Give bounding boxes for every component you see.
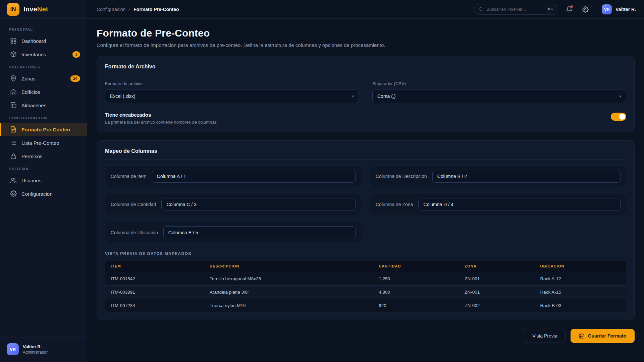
columna-de-ubicacion-panel: Columna de Ubicacion xyxy=(105,222,361,243)
preview-table: ITEMDESCRIPCIONCANTIDADZONAUBICACION ITM… xyxy=(105,260,626,312)
table-cell: Rack B-03 xyxy=(535,299,626,312)
table-cell: 1,250 xyxy=(373,272,459,285)
table-row: ITM-003891Arandela plana 3/8"4,800ZN-001… xyxy=(105,285,626,299)
columna-de-ubicacion-input[interactable] xyxy=(163,226,356,239)
mapping-grid: Columna de ItemColumna de DescripcionCol… xyxy=(105,166,626,243)
preview-heading: VISTA PREVIA DE DATOS MAPEADOS xyxy=(105,251,626,256)
breadcrumb: Configuracion / Formato Pre-Conteo xyxy=(97,7,469,12)
avatar: VR xyxy=(7,343,19,355)
building-icon xyxy=(10,88,17,95)
notification-dot xyxy=(571,5,573,8)
breadcrumb-separator: / xyxy=(129,7,130,12)
nav-section-label: PRINCIPAL xyxy=(0,23,87,34)
save-format-button[interactable]: Guardar Formato xyxy=(571,329,635,343)
topbar-user-name: Valtter R. xyxy=(615,7,636,12)
sidebar-item-label: Almacenes xyxy=(21,103,80,108)
columna-de-zona-label: Columna de Zona xyxy=(376,202,413,207)
main-content: Formato de Pre-Conteo Configure el forma… xyxy=(87,19,644,362)
sidebar-item-label: Dashboard xyxy=(21,38,80,44)
topbar-user[interactable]: VR Valtter R. xyxy=(602,4,636,14)
count-badge: 3 xyxy=(72,51,80,58)
headers-toggle-description: La primera fila del archivo contiene nom… xyxy=(105,120,611,125)
file-format-card: Formato de Archivo Formato de archivo Ex… xyxy=(97,56,635,132)
users-icon xyxy=(10,177,17,184)
csv-separator-select-value: Coma (,) xyxy=(377,94,619,99)
sidebar-item-zonas[interactable]: Zonas24 xyxy=(0,72,87,85)
page-subtitle: Configure el formato de importacion para… xyxy=(97,42,635,48)
sidebar-item-usuarios[interactable]: Usuarios xyxy=(0,174,87,187)
sidebar-item-label: Permisos xyxy=(21,154,80,159)
brand-name-primary: Inve xyxy=(23,5,37,13)
sidebar-item-label: Configuracion xyxy=(21,191,80,197)
sidebar-user-role: Administrador xyxy=(23,350,48,355)
topbar-divider xyxy=(596,5,596,14)
table-cell: Rack A-15 xyxy=(535,285,626,299)
columna-de-descripcion-panel: Columna de Descripcion xyxy=(370,166,626,187)
sidebar-item-inventarios[interactable]: Inventarios3 xyxy=(0,48,87,61)
sidebar-item-label: Lista Pre-Conteo xyxy=(21,140,80,146)
column-mapping-card: Mapeo de Columnas Columna de ItemColumna… xyxy=(97,140,635,320)
brand: iN InveNet xyxy=(0,0,87,19)
sidebar-user-name: Valtter R. xyxy=(23,344,48,349)
table-cell: ZN-001 xyxy=(459,285,535,299)
brand-name: InveNet xyxy=(23,5,48,13)
global-search[interactable]: ⌘K xyxy=(474,4,558,15)
nav-section-label: SISTEMA xyxy=(0,163,87,174)
breadcrumb-parent[interactable]: Configuracion xyxy=(97,7,125,12)
headers-toggle-label: Tiene encabezados xyxy=(105,112,611,118)
sidebar: iN InveNet PRINCIPALDashboardInventarios… xyxy=(0,0,87,362)
sidebar-item-configuracion[interactable]: Configuracion xyxy=(0,187,87,200)
table-cell: 920 xyxy=(373,299,459,312)
sidebar-item-dashboard[interactable]: Dashboard xyxy=(0,34,87,48)
table-row: ITM-001542Tornillo hexagonal M8x251,250Z… xyxy=(105,272,626,285)
chevron-down-icon: ▾ xyxy=(352,94,354,99)
csv-separator-select[interactable]: Coma (,) ▾ xyxy=(372,89,626,103)
sidebar-item-lista-pre-conteo[interactable]: Lista Pre-Conteo xyxy=(0,136,87,149)
table-cell: Tuerca nylon M10 xyxy=(204,299,373,312)
brand-name-accent: Net xyxy=(37,5,48,13)
toggle-knob xyxy=(619,114,625,120)
cube-icon xyxy=(10,51,17,58)
brand-logo: iN xyxy=(7,3,19,16)
columna-de-cantidad-input[interactable] xyxy=(161,198,356,211)
sidebar-item-edificios[interactable]: Edificios xyxy=(0,85,87,99)
sidebar-item-label: Inventarios xyxy=(21,52,68,57)
search-icon xyxy=(478,7,483,12)
search-input[interactable] xyxy=(486,7,542,12)
settings-button[interactable] xyxy=(580,4,591,15)
columna-de-descripcion-input[interactable] xyxy=(432,170,621,183)
nav-section-label: CONFIGURACION xyxy=(0,112,87,123)
columna-de-zona-panel: Columna de Zona xyxy=(370,194,626,215)
save-icon xyxy=(579,333,585,339)
columna-de-zona-input[interactable] xyxy=(418,198,621,211)
topbar: Configuracion / Formato Pre-Conteo ⌘K VR… xyxy=(87,0,644,19)
sidebar-item-label: Zonas xyxy=(21,76,66,81)
sidebar-item-permisos[interactable]: Permisos xyxy=(0,149,87,163)
sidebar-user[interactable]: VR Valtter R. Administrador xyxy=(0,338,87,362)
notifications-button[interactable] xyxy=(564,4,575,15)
sidebar-item-almacenes[interactable]: Almacenes xyxy=(0,99,87,112)
sidebar-nav: PRINCIPALDashboardInventarios3UBICACIONE… xyxy=(0,19,87,338)
table-row: ITM-007234Tuerca nylon M10920ZN-002Rack … xyxy=(105,299,626,312)
sidebar-item-label: Usuarios xyxy=(21,178,80,183)
preview-column-header: DESCRIPCION xyxy=(204,260,373,272)
nav-section-label: UBICACIONES xyxy=(0,61,87,72)
sidebar-item-formato-pre-conteo[interactable]: Formato Pre-Conteo xyxy=(0,123,87,136)
headers-toggle-texts: Tiene encabezados La primera fila del ar… xyxy=(105,112,611,125)
preview-column-header: CANTIDAD xyxy=(373,260,459,272)
columna-de-item-input[interactable] xyxy=(152,170,356,183)
table-cell: Tornillo hexagonal M8x25 xyxy=(204,272,373,285)
chevron-down-icon: ▾ xyxy=(619,94,621,99)
page-title: Formato de Pre-Conteo xyxy=(97,27,635,39)
headers-toggle[interactable] xyxy=(611,113,626,121)
table-cell: ZN-001 xyxy=(459,272,535,285)
file-format-field-label: Formato de archivo xyxy=(105,81,359,86)
count-badge: 24 xyxy=(70,75,80,82)
sidebar-user-texts: Valtter R. Administrador xyxy=(23,344,48,355)
map-pin-icon xyxy=(10,75,17,82)
sidebar-item-label: Edificios xyxy=(21,89,80,95)
file-format-select[interactable]: Excel (.xlsx) ▾ xyxy=(105,89,359,103)
table-cell: ITM-001542 xyxy=(105,272,204,285)
sidebar-item-label: Formato Pre-Conteo xyxy=(21,127,80,132)
preview-button[interactable]: Vista Previa xyxy=(524,329,566,343)
